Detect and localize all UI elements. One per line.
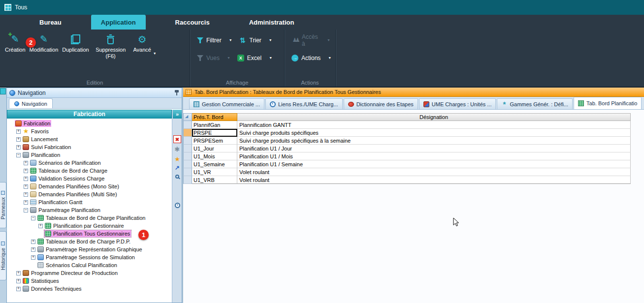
ribbon-tab-bureau[interactable]: Bureau: [30, 15, 71, 30]
tree-item-suivi-fabrication[interactable]: +Suivi Fabrication: [7, 143, 172, 151]
ribbon-tab-raccourcis[interactable]: Raccourcis: [165, 15, 220, 30]
tree-item-statistiques[interactable]: +Statistiques: [7, 277, 172, 285]
expand-icon[interactable]: +: [24, 161, 28, 165]
ribbon-button-filtrer[interactable]: Filtrer▼: [195, 35, 234, 45]
table-row-u1-vr[interactable]: U1_VRVolet roulant: [183, 168, 631, 176]
tree-item-tableaux-de-bord-de-charge-planification[interactable]: −Tableaux de Bord de Charge Planificatio…: [7, 214, 172, 222]
tree-item-parametrage-sessions-de-simulation[interactable]: +Paramétrage Sessions de Simulation: [7, 253, 172, 261]
document-tab-gammes-gener-defi[interactable]: Gammes Génér. : Défi...: [497, 98, 573, 109]
collapse-panel-icon[interactable]: »: [173, 110, 182, 119]
tree-item-lancement[interactable]: +Lancement: [7, 135, 172, 143]
cell-designation[interactable]: Plannification GANTT: [237, 121, 631, 129]
ribbon-button-actions[interactable]: Actions▼: [290, 53, 333, 63]
expand-icon[interactable]: +: [38, 224, 43, 228]
expand-icon[interactable]: +: [31, 255, 35, 260]
cell-designation[interactable]: Suivi charge produits spécifiques: [237, 129, 631, 137]
side-tab-historique[interactable]: Historique: [0, 231, 6, 280]
tree-item-planification[interactable]: −Planification: [7, 151, 172, 159]
table-row-prspe[interactable]: PRSPESuivi charge produits spécifiques: [183, 129, 631, 137]
row-indicator-cell[interactable]: [183, 137, 192, 145]
row-indicator-cell[interactable]: [183, 176, 192, 184]
expand-icon[interactable]: +: [16, 137, 21, 142]
tree-item-planification-gantt[interactable]: +Planification Gantt: [7, 198, 172, 206]
tree-item-scenarios-calcul-planification[interactable]: Scénarios Calcul Planification: [7, 261, 172, 269]
table-row-u1-jour[interactable]: U1_JourPlanification U1 / Jour: [183, 145, 631, 152]
app-icon[interactable]: [4, 4, 11, 11]
clear-filter-icon[interactable]: ✱: [173, 145, 181, 153]
tree-item-tableaux-de-bord-de-charge[interactable]: +Tableaux de Bord de Charge: [7, 167, 172, 175]
expand-icon[interactable]: +: [16, 145, 21, 150]
side-tab-panneaux[interactable]: Panneaux: [0, 182, 6, 228]
expand-icon[interactable]: +: [24, 177, 28, 181]
table-row-prspesem[interactable]: PRSPESemSuivi charge produits spécifique…: [183, 137, 631, 145]
table-row-u1-semaine[interactable]: U1_SemainePlanification U1 / Semaine: [183, 160, 631, 168]
table-row-u1-vrb[interactable]: U1_VRBVolet roulant: [183, 176, 631, 184]
expand-icon[interactable]: +: [31, 247, 35, 252]
row-indicator-cell[interactable]: [183, 129, 192, 137]
table-row-u1-mois[interactable]: U1_MoisPlanification U1 / Mois: [183, 152, 631, 160]
history-clock-icon[interactable]: [173, 201, 181, 209]
column-header-designation[interactable]: Désignation: [237, 113, 631, 121]
expand-icon[interactable]: +: [16, 287, 21, 291]
expand-icon[interactable]: +: [24, 184, 28, 189]
cell-designation[interactable]: Volet roulant: [237, 168, 631, 176]
tree-item-parametrage-representation-graphique[interactable]: +Paramétrage Représentation Graphique: [7, 245, 172, 253]
ribbon-button-duplication[interactable]: Duplication: [60, 31, 91, 55]
row-indicator-cell[interactable]: [183, 145, 192, 152]
cell-designation[interactable]: Planification U1 / Jour: [237, 145, 631, 152]
tab-navigation[interactable]: Navigation: [9, 98, 53, 108]
select-pointer-icon[interactable]: ↗: [173, 164, 181, 172]
ribbon-tab-application[interactable]: Application: [91, 15, 146, 30]
tree-item-tableaux-de-bord-de-charge-p-d-p[interactable]: +Tableaux de Bord de Charge P.D.P.: [7, 238, 172, 245]
document-tab-liens-res-ume-charg[interactable]: Liens Res./UME Charg...: [265, 98, 343, 109]
tree-item-favoris[interactable]: +Favoris: [7, 127, 172, 135]
close-icon[interactable]: ✖: [173, 135, 181, 143]
tree-item-validation-sessions-charge[interactable]: +Validation Sessions Charge: [7, 175, 172, 182]
dropdown-arrow-icon[interactable]: ▼: [227, 56, 230, 60]
pin-icon[interactable]: [174, 90, 179, 96]
cell-code[interactable]: U1_Mois: [192, 152, 237, 160]
expand-icon[interactable]: +: [24, 169, 28, 173]
row-indicator-header[interactable]: [183, 113, 192, 121]
row-indicator-cell[interactable]: [183, 152, 192, 160]
collapse-icon[interactable]: −: [16, 153, 21, 157]
tree-item-parametrage-planification[interactable]: −Paramétrage Planification: [7, 206, 172, 214]
titlebar-menu[interactable]: Tous: [15, 4, 27, 11]
cell-code[interactable]: PlannifGan: [192, 121, 237, 129]
cell-code[interactable]: U1_VR: [192, 168, 237, 176]
tree-item-programme-directeur-de-production[interactable]: +Programme Directeur de Production: [7, 269, 172, 277]
expand-icon[interactable]: +: [24, 200, 28, 205]
expand-icon[interactable]: +: [24, 192, 28, 197]
dropdown-arrow-icon[interactable]: ▼: [328, 56, 331, 60]
cell-code[interactable]: PRSPESem: [192, 137, 237, 145]
row-indicator-cell[interactable]: [183, 160, 192, 168]
dropdown-arrow-icon[interactable]: ▼: [229, 38, 232, 42]
ribbon-button-avance[interactable]: Avancé: [130, 31, 154, 55]
dropdown-arrow-icon[interactable]: ▼: [269, 38, 272, 42]
ribbon-button-suppression-f6[interactable]: Suppression (F6): [91, 31, 130, 61]
document-tab-tab-bord-planificatio[interactable]: Tab. Bord Planificatio: [574, 97, 642, 109]
cell-designation[interactable]: Planification U1 / Semaine: [237, 160, 631, 168]
cell-code[interactable]: PRSPE: [192, 129, 237, 137]
cell-designation[interactable]: Volet roulant: [237, 176, 631, 184]
cell-code[interactable]: U1_Semaine: [192, 160, 237, 168]
expand-icon[interactable]: +: [31, 240, 35, 244]
column-header-code[interactable]: Prés.T. Bord: [192, 113, 237, 121]
tree-item-fabrication[interactable]: Fabrication: [7, 120, 172, 127]
expand-icon[interactable]: +: [16, 279, 21, 283]
expand-icon[interactable]: +: [16, 129, 21, 134]
dropdown-arrow-icon[interactable]: ▼: [153, 52, 157, 55]
row-indicator-cell[interactable]: [183, 168, 192, 176]
cell-code[interactable]: U1_Jour: [192, 145, 237, 152]
table-row-plannifgan[interactable]: PlannifGanPlannification GANTT: [183, 121, 631, 129]
cell-designation[interactable]: Planification U1 / Mois: [237, 152, 631, 160]
row-indicator-cell[interactable]: [183, 121, 192, 129]
ribbon-button-creation[interactable]: Création: [3, 31, 28, 55]
tree-item-scenarios-de-planification[interactable]: +Scénarios de Planification: [7, 159, 172, 167]
document-tab-dictionnaire-des-etapes[interactable]: Dictionnaire des Etapes: [344, 98, 418, 109]
search-icon[interactable]: [173, 173, 181, 181]
document-tab-gestion-commerciale[interactable]: Gestion Commerciale ...: [189, 98, 264, 109]
favorites-star-icon[interactable]: ★: [173, 155, 181, 163]
cell-designation[interactable]: Suivi charge produits spécifiques à la s…: [237, 137, 631, 145]
tree-item-donnees-techniques[interactable]: +Données Techniques: [7, 285, 172, 293]
